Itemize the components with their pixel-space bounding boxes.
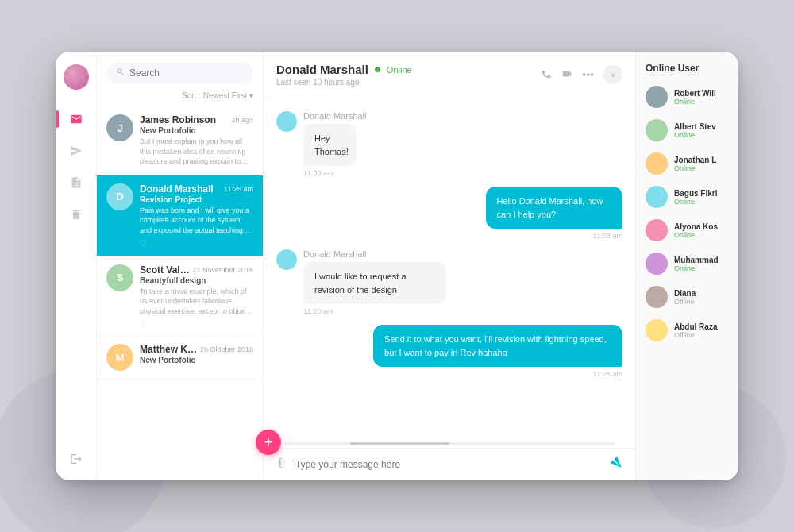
message-input[interactable] (295, 459, 602, 470)
msg-sender-name: Donald Marshall (303, 111, 377, 121)
sort-label[interactable]: Sort : Newest First ▾ (97, 90, 263, 106)
video-icon[interactable] (561, 68, 572, 82)
message-row: Send it to what you want, I'll revision … (276, 325, 622, 378)
online-user-name: Albert Stev (674, 122, 729, 131)
msg-bubble: Hello Donald Marshall, how can I help yo… (486, 187, 622, 229)
msg-col: Send it to what you want, I'll revision … (276, 325, 622, 378)
online-user-status: Online (674, 98, 729, 106)
app-container: Sort : Newest First ▾ J James Robinson 2… (56, 52, 738, 480)
next-button[interactable]: › (603, 65, 622, 84)
conv-name: Donald Marshall (140, 183, 214, 195)
conversation-item[interactable]: J James Robinson 2h ago New Portofolio B… (97, 106, 263, 175)
last-seen-label: Last seen 10 hours ago (276, 78, 533, 87)
online-user-name: Bagus Fikri (674, 189, 729, 198)
conv-body: James Robinson 2h ago New Portofolio But… (140, 114, 253, 167)
online-user-avatar (646, 186, 668, 208)
online-indicator (375, 67, 380, 72)
chat-header: Donald Marshall Online Last seen 10 hour… (264, 52, 635, 98)
online-user-avatar (646, 86, 668, 108)
sidebar-item-logout[interactable] (67, 450, 85, 468)
message-row: Donald Marshall I would like to request … (276, 249, 622, 315)
msg-bubble: Send it to what you want, I'll revision … (373, 325, 622, 367)
send-button[interactable] (606, 454, 626, 474)
conv-body: Donald Marshall 11:25 am Revision Projec… (140, 183, 253, 248)
online-panel-header: Online User (636, 52, 738, 80)
msg-col: Donald Marshall I would like to request … (303, 249, 503, 315)
online-user-name: Jonathan L (674, 156, 729, 164)
online-user-status: Online (674, 131, 729, 139)
search-bar (97, 52, 263, 90)
online-user-info: Albert Stev Online (674, 122, 729, 139)
online-user-avatar (646, 253, 668, 275)
conv-preview: Pain was born and I will give you a comp… (140, 206, 253, 236)
online-user-name: Muhammad (674, 256, 729, 264)
conv-avatar: D (106, 183, 133, 210)
user-avatar[interactable] (64, 64, 89, 90)
conversation-list: Sort : Newest First ▾ J James Robinson 2… (97, 52, 264, 480)
search-icon (116, 67, 125, 79)
online-user-avatar (646, 219, 668, 241)
msg-avatar (276, 111, 297, 132)
sidebar-item-inbox[interactable] (67, 110, 85, 128)
new-message-button[interactable]: + (256, 430, 281, 455)
conv-name: Scott Valdez (140, 264, 192, 276)
online-user-item[interactable]: Abdul Raza Offline (636, 314, 738, 347)
online-user-item[interactable]: Albert Stev Online (636, 114, 738, 147)
conv-time: 11:25 am (223, 185, 253, 193)
msg-col: Hello Donald Marshall, how can I help yo… (432, 187, 622, 240)
msg-sender-name: Donald Marshall (303, 249, 503, 259)
sidebar-item-trash[interactable] (67, 206, 85, 223)
conv-subject: New Portofolio (140, 356, 253, 364)
conv-subject: Revision Project (140, 195, 253, 204)
conv-preview: But I must explain to you how all this m… (140, 137, 253, 167)
online-user-avatar (646, 319, 668, 341)
conv-subject: New Portofolio (140, 126, 253, 135)
online-user-item[interactable]: Bagus Fikri Online (636, 180, 738, 214)
message-row: Donald Marshall Hey Thomas! 11:00 am (276, 111, 622, 177)
online-user-status: Online (674, 231, 729, 239)
conv-preview: To take a trivial example, which of us e… (140, 287, 253, 317)
conv-subject: Beautyfull design (140, 276, 253, 285)
search-wrapper[interactable] (106, 63, 253, 83)
sidebar-item-send[interactable] (67, 142, 85, 160)
online-user-status: Online (674, 198, 729, 206)
online-user-avatar (646, 286, 668, 308)
conv-time: 2h ago (231, 116, 253, 124)
conv-time: 26 Oktober 2016 (200, 345, 253, 353)
online-user-name: Robert Will (674, 89, 729, 98)
conv-avatar: J (106, 114, 133, 141)
msg-time: 11:20 am (303, 307, 503, 315)
conv-body: Matthew Kelly 26 Oktober 2016 New Portof… (140, 344, 253, 371)
online-user-item[interactable]: Muhammad Online (636, 247, 738, 280)
sidebar-item-docs[interactable] (67, 174, 85, 191)
online-status: Online (387, 65, 412, 75)
call-icon[interactable] (541, 68, 552, 82)
msg-avatar (276, 249, 297, 270)
conv-body: Scott Valdez 21 November 2016 Beautyfull… (140, 264, 253, 328)
conversation-item[interactable]: D Donald Marshall 11:25 am Revision Proj… (97, 175, 263, 256)
msg-bubble: I would like to request a revision of th… (303, 262, 446, 304)
chat-header-info: Donald Marshall Online Last seen 10 hour… (276, 63, 533, 87)
online-user-status: Online (674, 164, 729, 172)
conversation-item[interactable]: S Scott Valdez 21 November 2016 Beautyfu… (97, 256, 263, 337)
chat-header-actions: ••• › (541, 65, 622, 84)
conversation-item[interactable]: M Matthew Kelly 26 Oktober 2016 New Port… (97, 336, 263, 380)
conv-avatar: M (106, 344, 133, 371)
msg-time: 11:25 am (592, 370, 622, 378)
messages-area: Donald Marshall Hey Thomas! 11:00 am Hel… (264, 98, 635, 442)
conv-name: James Robinson (140, 114, 216, 125)
online-user-status: Online (674, 264, 729, 272)
online-user-item[interactable]: Jonathan L Online (636, 147, 738, 180)
search-input[interactable] (129, 67, 244, 79)
heart-icon: ♡ (140, 239, 253, 248)
conv-time: 21 November 2016 (192, 266, 253, 274)
attach-icon[interactable] (276, 457, 287, 472)
more-icon[interactable]: ••• (582, 68, 594, 81)
online-user-item[interactable]: Robert Will Online (636, 80, 738, 114)
online-user-name: Diana (674, 289, 729, 298)
online-user-info: Alyona Kos Online (674, 222, 729, 239)
online-user-item[interactable]: Alyona Kos Online (636, 214, 738, 247)
online-user-avatar (646, 119, 668, 141)
online-user-avatar (646, 152, 668, 175)
online-user-item[interactable]: Diana Offline (636, 280, 738, 314)
